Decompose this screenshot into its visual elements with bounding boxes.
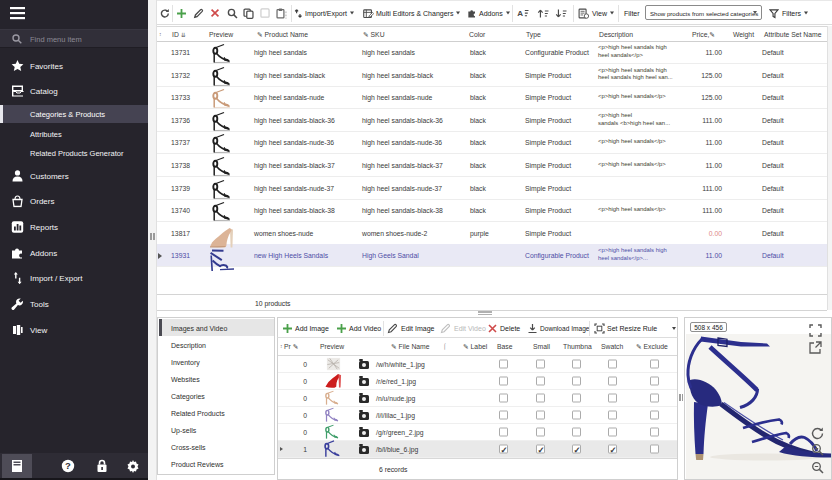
svg-text:?: ? [65,460,71,471]
svg-text:A: A [517,9,523,18]
